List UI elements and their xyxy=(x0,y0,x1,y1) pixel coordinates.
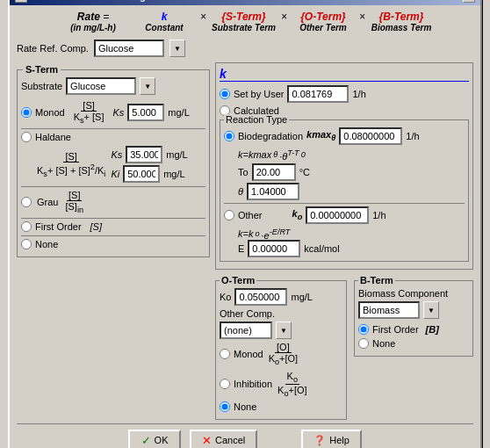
substrate-dropdown[interactable]: ▼ xyxy=(140,77,155,95)
rate-label: Rate xyxy=(77,11,100,23)
haldane-ki-unit: mg/L xyxy=(163,169,184,179)
haldane-ki-input[interactable]: 50.000 xyxy=(123,165,160,183)
haldane-label: Haldane xyxy=(35,132,71,142)
first-order-radio[interactable] xyxy=(21,221,32,232)
ko-label: Ko xyxy=(220,292,231,302)
grau-radio[interactable] xyxy=(21,197,32,207)
o-monod-formula: [O] Ko+[O] xyxy=(267,342,300,366)
theta-input[interactable]: 1.04000 xyxy=(247,183,299,200)
o-none-label: None xyxy=(234,401,256,412)
t0-label: To xyxy=(238,167,249,177)
cancel-button[interactable]: ✕ Cancel xyxy=(190,430,257,448)
o-monod-radio[interactable] xyxy=(220,349,230,359)
e-label: E xyxy=(238,243,244,254)
b-first-order-option: First Order [B] xyxy=(358,324,469,335)
b-formula: [B] xyxy=(426,324,439,335)
biomass-term-label: Biomass Term xyxy=(371,23,432,33)
bottom-bar: ✓ OK ✕ Cancel ❓ Help xyxy=(17,423,473,448)
k0-input[interactable]: 0.00000000 xyxy=(306,206,369,224)
o-none-radio[interactable] xyxy=(220,401,230,412)
b-first-order-radio[interactable] xyxy=(358,324,369,335)
o-monod-label: Monod xyxy=(234,349,263,359)
ok-check-icon: ✓ xyxy=(141,434,151,447)
set-by-user-radio[interactable] xyxy=(220,89,230,99)
monod-formula-s: [S] Ks+ [S] xyxy=(72,100,106,125)
b-none-option: None xyxy=(358,338,469,349)
s-term-eq-label: {S-Term} xyxy=(212,11,276,23)
rate-ref-dropdown[interactable]: ▼ xyxy=(169,40,185,57)
t0-input[interactable]: 20.00 xyxy=(252,163,296,181)
rate-ref-input[interactable]: Glucose xyxy=(94,40,164,57)
haldane-formula: [S] Ks+ [S] + [S]2/Ki xyxy=(35,151,107,178)
b-term-eq-label: {B-Term} xyxy=(371,11,432,23)
grau-formula: [S] [S]in xyxy=(63,190,85,214)
first-order-formula: [S] xyxy=(90,221,102,232)
none-radio[interactable] xyxy=(21,239,32,249)
none-option: None xyxy=(21,239,205,249)
kmax-symbol: kmaxθ xyxy=(306,129,335,142)
haldane-option: Haldane xyxy=(21,132,205,142)
help-label: Help xyxy=(329,435,349,445)
ko-unit: mg/L xyxy=(291,292,312,302)
ok-label: OK xyxy=(155,435,169,445)
monod-unit: mg/L xyxy=(168,107,189,118)
rate-equation: Rate = (in mg/L-h) k Constant × {S-Term}… xyxy=(17,11,473,33)
constant-label: Constant xyxy=(133,23,195,33)
monod-ks-label: Ks xyxy=(113,107,125,118)
reaction-type-label: Reaction Type xyxy=(224,114,289,125)
ko-input[interactable]: 0.050000 xyxy=(234,288,287,306)
monod-radio[interactable] xyxy=(21,107,32,118)
kmax-input[interactable]: 0.08000000 xyxy=(339,127,402,145)
haldane-ks-input[interactable]: 35.000 xyxy=(126,146,162,163)
help-q-icon: ❓ xyxy=(313,435,326,446)
biodeg-option: Biodegradation kmaxθ 0.08000000 1/h xyxy=(224,127,465,145)
other-comp-input[interactable]: (none) xyxy=(220,322,272,339)
k0-symbol: ko xyxy=(292,208,303,221)
o-inhibition-radio[interactable] xyxy=(220,379,230,389)
biodeg-radio[interactable] xyxy=(224,131,234,141)
first-order-option: First Order [S] xyxy=(21,221,205,232)
first-order-label: First Order xyxy=(35,221,82,232)
window-title: Kinetics for Glucose Degradation xyxy=(31,0,184,2)
biomass-comp-dropdown[interactable]: ▼ xyxy=(423,301,439,319)
biodeg-label: Biodegradation xyxy=(238,131,303,141)
set-by-user-label: Set by User xyxy=(234,89,284,99)
b-term-title: B-Term xyxy=(358,275,395,285)
b-none-radio[interactable] xyxy=(358,338,369,349)
haldane-ks-unit: mg/L xyxy=(166,149,187,160)
help-button[interactable]: ❓ Help xyxy=(301,430,362,448)
grau-option: Grau [S] [S]in xyxy=(21,190,205,214)
e-input[interactable]: 0.00000 xyxy=(248,240,300,257)
rate-ref-row: Rate Ref. Comp. Glucose ▼ xyxy=(17,40,473,57)
biomass-comp-input[interactable]: Biomass xyxy=(358,301,420,319)
b-first-order-label: First Order xyxy=(372,324,419,335)
e-unit: kcal/mol xyxy=(304,243,339,254)
close-button[interactable]: ✕ xyxy=(463,0,475,3)
s-term-title: S-Term xyxy=(23,64,61,75)
o-term-eq-label: {O-Term} xyxy=(292,11,354,23)
other-rxn-label: Other xyxy=(238,210,263,220)
haldane-ki-label: Ki xyxy=(111,169,119,179)
other-rxn-radio[interactable] xyxy=(224,210,234,220)
rate-sublabel: (in mg/L-h) xyxy=(58,23,128,33)
k-eq-label: k xyxy=(133,11,195,23)
monod-ks-input[interactable]: 5.000 xyxy=(127,104,164,121)
main-window: Kinetics for Glucose Degradation ✕ Rate … xyxy=(8,0,482,448)
theta-label: θ xyxy=(238,186,243,197)
ok-button[interactable]: ✓ OK xyxy=(128,430,181,448)
s-term-group: S-Term Substrate Glucose ▼ Monod xyxy=(17,69,210,257)
monod-label: Monod xyxy=(35,107,65,118)
other-rxn-option: Other ko 0.00000000 1/h xyxy=(224,206,465,224)
haldane-ks-label: Ks xyxy=(111,149,122,160)
t0-unit: °C xyxy=(299,167,310,177)
biomass-comp-label: Biomass Component xyxy=(358,288,469,299)
k-value-input[interactable]: 0.081769 xyxy=(287,85,349,103)
substrate-input[interactable]: Glucose xyxy=(66,77,136,95)
window-icon xyxy=(15,0,27,3)
biodeg-params: To 20.00 °C θ 1.04000 xyxy=(238,163,465,200)
k0-unit: 1/h xyxy=(372,210,386,220)
haldane-radio[interactable] xyxy=(21,132,32,142)
grau-label: Grau xyxy=(37,197,58,207)
cancel-x-icon: ✕ xyxy=(202,434,212,447)
other-comp-dropdown[interactable]: ▼ xyxy=(276,322,292,339)
